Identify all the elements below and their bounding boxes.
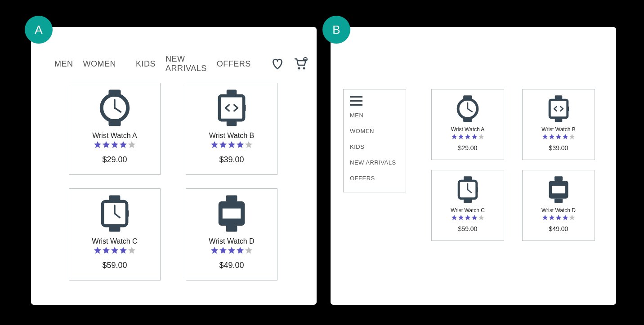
- rating-stars: [94, 246, 136, 254]
- product-price: $59.00: [458, 225, 478, 232]
- product-name: Wrist Watch B: [541, 126, 575, 133]
- panel-badge-a: A: [25, 16, 53, 44]
- product-price: $39.00: [219, 155, 244, 165]
- sidebar-item-kids[interactable]: KIDS: [350, 143, 399, 150]
- product-price: $49.00: [219, 261, 244, 270]
- watch-digital-icon: [543, 93, 574, 125]
- product-card[interactable]: Wrist Watch A $29.00: [69, 83, 161, 175]
- product-card[interactable]: Wrist Watch C $59.00: [69, 188, 161, 280]
- product-price: $39.00: [549, 144, 568, 151]
- rating-stars: [94, 141, 136, 149]
- product-grid-a: Wrist Watch A $29.00 Wrist Watch B $39.0…: [31, 78, 317, 280]
- nav-item-men[interactable]: MEN: [54, 59, 73, 69]
- cart-button[interactable]: [294, 57, 308, 71]
- product-card[interactable]: Wrist Watch B $39.00: [522, 89, 595, 160]
- product-card[interactable]: Wrist Watch D $49.00: [522, 170, 595, 241]
- nav-item-women[interactable]: WOMEN: [83, 59, 116, 69]
- product-price: $29.00: [102, 155, 127, 165]
- product-name: Wrist Watch B: [209, 132, 254, 140]
- top-nav: MEN WOMEN KIDS NEW ARRIVALS OFFERS: [31, 49, 317, 78]
- cart-icon: [294, 57, 308, 71]
- product-name: Wrist Watch C: [92, 237, 137, 245]
- watch-round-icon: [94, 88, 135, 128]
- sidebar-menu: MEN WOMEN KIDS NEW ARRIVALS OFFERS: [343, 89, 406, 192]
- watch-solid-icon: [543, 174, 574, 205]
- heart-icon: [271, 57, 284, 71]
- watch-round-icon: [452, 93, 483, 125]
- sidebar-item-new-arrivals[interactable]: NEW ARRIVALS: [350, 159, 399, 166]
- product-price: $59.00: [102, 261, 127, 270]
- watch-square-icon: [94, 193, 135, 234]
- product-name: Wrist Watch D: [541, 207, 576, 214]
- product-price: $49.00: [549, 225, 568, 232]
- rating-stars: [210, 141, 253, 149]
- product-card[interactable]: Wrist Watch A $29.00: [431, 89, 504, 160]
- rating-stars: [542, 214, 575, 221]
- watch-digital-icon: [211, 88, 252, 128]
- product-price: $29.00: [458, 144, 478, 151]
- nav-item-new-arrivals[interactable]: NEW ARRIVALS: [165, 54, 207, 73]
- wishlist-button[interactable]: [271, 57, 284, 71]
- sidebar-item-women[interactable]: WOMEN: [350, 128, 399, 134]
- panel-badge-b: B: [322, 16, 350, 44]
- nav-item-offers[interactable]: OFFERS: [217, 59, 251, 69]
- product-name: Wrist Watch D: [209, 237, 254, 245]
- product-name: Wrist Watch A: [92, 132, 137, 140]
- sidebar-item-men[interactable]: MEN: [350, 112, 399, 119]
- rating-stars: [542, 134, 575, 140]
- panel-layout-b: MEN WOMEN KIDS NEW ARRIVALS OFFERS Wrist…: [331, 27, 616, 305]
- product-name: Wrist Watch C: [451, 207, 485, 214]
- product-card[interactable]: Wrist Watch C $59.00: [431, 170, 504, 241]
- product-grid-b: Wrist Watch A $29.00 Wrist Watch B $39.0…: [431, 89, 595, 241]
- nav-item-kids[interactable]: KIDS: [136, 59, 156, 69]
- rating-stars: [451, 214, 484, 221]
- hamburger-icon[interactable]: [350, 96, 362, 106]
- watch-solid-icon: [211, 193, 252, 234]
- sidebar-item-offers[interactable]: OFFERS: [350, 175, 399, 182]
- product-card[interactable]: Wrist Watch B $39.00: [186, 83, 277, 175]
- product-card[interactable]: Wrist Watch D $49.00: [186, 188, 277, 280]
- watch-square-icon: [452, 174, 483, 205]
- rating-stars: [451, 134, 484, 140]
- rating-stars: [210, 246, 253, 254]
- panel-layout-a: MEN WOMEN KIDS NEW ARRIVALS OFFERS Wrist…: [31, 27, 317, 305]
- product-name: Wrist Watch A: [451, 126, 485, 133]
